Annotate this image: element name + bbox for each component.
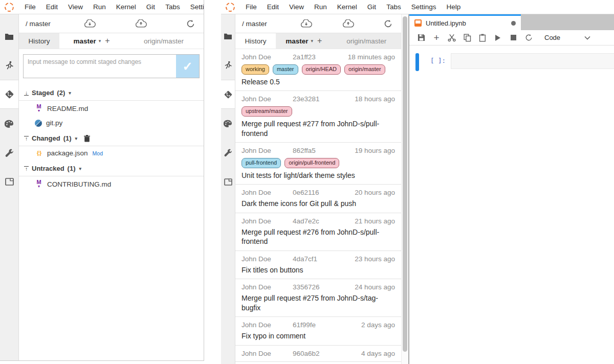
menu-item[interactable]: View [63, 3, 88, 11]
tab-history[interactable]: History [19, 33, 59, 49]
commit-header: John Doe 4da7cf1 23 hours ago [242, 255, 395, 263]
menu-item[interactable]: Run [309, 3, 332, 11]
menu-item[interactable]: Run [88, 3, 111, 11]
refresh-icon[interactable] [186, 19, 195, 28]
commit-entry[interactable]: John Doe 4da7cf1 23 hours ago Fix titles [235, 251, 401, 279]
commit-entry[interactable]: John Doe 4ad7e2c 21 hours ago Merge pull [235, 213, 401, 251]
commit-entry[interactable]: John Doe 23e3281 18 hours ago upstream/m… [235, 91, 401, 143]
save-icon[interactable] [413, 34, 429, 41]
sidebar-item-tabs[interactable] [0, 167, 18, 196]
git-push-icon[interactable] [135, 19, 147, 28]
activity-bar [221, 14, 235, 364]
menu-item[interactable]: Kernel [111, 3, 141, 11]
chevron-down-icon: ▾ [311, 38, 313, 43]
stop-icon[interactable] [506, 35, 521, 40]
commit-entry[interactable]: John Doe 862ffa5 19 hours ago pull-front… [235, 143, 401, 185]
commit-button[interactable]: ✓ [176, 55, 199, 78]
file-row[interactable]: git.py [19, 116, 204, 130]
menu-item[interactable]: Settings [185, 3, 204, 11]
repo-breadcrumb[interactable]: / master [242, 20, 287, 28]
folder-icon [224, 33, 232, 39]
menu-item[interactable]: Git [141, 3, 160, 11]
scrollbar[interactable] [401, 14, 408, 364]
staged-section-header[interactable]: ↓ Staged(2) ▾ [19, 84, 204, 101]
section-label: Changed [32, 134, 60, 142]
menu-item[interactable]: Git [362, 3, 381, 11]
open-tabs-icon [224, 178, 232, 186]
git-push-icon[interactable] [342, 19, 354, 28]
wrench-icon [5, 148, 14, 157]
sidebar-item-tabs[interactable] [221, 167, 235, 196]
menu-item[interactable]: Tabs [381, 3, 406, 11]
cell-type-select[interactable]: Code [544, 34, 560, 41]
commit-time: 2 days ago [337, 321, 395, 329]
menu-item[interactable]: Edit [41, 3, 63, 11]
refresh-icon[interactable] [384, 19, 392, 28]
file-type-icon [35, 179, 43, 189]
activity-bar [0, 14, 19, 360]
commit-author: John Doe [242, 95, 293, 103]
cut-icon[interactable] [444, 34, 459, 42]
git-pull-icon[interactable] [300, 19, 312, 28]
sidebar-item-git[interactable] [221, 80, 235, 109]
menu-item[interactable]: Kernel [332, 3, 362, 11]
menu-item[interactable]: Help [441, 3, 466, 11]
tab-history[interactable]: History [235, 33, 276, 49]
folder-icon [5, 33, 14, 40]
file-row[interactable]: CONTRIBUTING.md [19, 176, 204, 192]
active-cell-collapser[interactable] [415, 53, 419, 71]
commit-message: Merge pull request #277 from JohnD-s/pul… [242, 119, 395, 138]
repo-breadcrumb[interactable]: / master [26, 20, 71, 28]
commit-entry[interactable]: John Doe 2a1ff23 18 minutes ago working … [235, 49, 401, 91]
chevron-down-icon[interactable] [580, 36, 595, 40]
cell-editor[interactable] [451, 53, 614, 69]
commit-history-list: John Doe 2a1ff23 18 minutes ago working … [235, 49, 401, 364]
section-count: (2) [57, 89, 65, 97]
commit-entry[interactable]: John Doe 61f99fe 2 days ago Fix typo in … [235, 317, 401, 345]
sidebar-item-files[interactable] [221, 21, 235, 51]
new-branch-button[interactable]: + [105, 36, 109, 46]
jupyterlab-window-right: File Edit View Run Kernel Git Tabs Setti… [221, 0, 614, 364]
new-branch-button[interactable]: + [317, 36, 322, 46]
commit-author: John Doe [242, 53, 293, 61]
sidebar-item-tools[interactable] [0, 138, 18, 167]
menu-item[interactable]: Settings [406, 3, 442, 11]
git-toolbar: / master [235, 14, 401, 33]
untracked-section-header[interactable]: ↑ Untracked(1) ▾ [19, 160, 204, 176]
copy-icon[interactable] [459, 34, 475, 42]
sidebar-item-running[interactable] [0, 51, 18, 80]
sidebar-item-running[interactable] [221, 51, 235, 80]
sidebar-item-commands[interactable] [0, 109, 18, 138]
discard-all-icon[interactable] [84, 135, 90, 142]
branch-selector[interactable]: master ▾ + [276, 33, 332, 49]
runner-icon [6, 61, 13, 70]
restart-kernel-icon[interactable] [521, 34, 536, 41]
commit-message-input[interactable] [24, 55, 176, 69]
sidebar-item-tools[interactable] [221, 138, 235, 167]
file-row[interactable]: package.json Mod [19, 146, 204, 160]
commit-entry[interactable]: John Doe 960a6b2 4 days ago [235, 346, 401, 362]
file-row[interactable]: README.md [19, 101, 204, 116]
menu-item[interactable]: File [240, 3, 262, 11]
paste-icon[interactable] [475, 34, 490, 42]
add-cell-icon[interactable]: + [429, 33, 444, 42]
code-cell[interactable]: [ ]: [415, 53, 614, 71]
commit-entry[interactable]: John Doe 3356726 24 hours ago Merge pull [235, 279, 401, 317]
menu-item[interactable]: View [284, 3, 309, 11]
menu-item[interactable]: Edit [262, 3, 284, 11]
sidebar-item-files[interactable] [0, 21, 18, 51]
unsaved-changes-dot[interactable] [511, 21, 516, 26]
git-pull-icon[interactable] [84, 19, 96, 28]
menu-item[interactable]: File [19, 3, 41, 11]
sidebar-item-commands[interactable] [221, 109, 235, 138]
ref-tag: master [273, 64, 298, 75]
notebook-tab[interactable]: Untitled.ipynb [409, 14, 521, 30]
branch-selector[interactable]: master ▾ + [59, 33, 124, 49]
run-icon[interactable] [490, 34, 506, 41]
commit-entry[interactable]: John Doe 0e62116 20 hours ago Dark theme [235, 185, 401, 213]
scrollbar-thumb[interactable] [403, 16, 407, 352]
menu-item[interactable]: Tabs [160, 3, 185, 11]
sidebar-item-git[interactable] [0, 80, 18, 109]
section-count: (1) [68, 165, 76, 172]
changed-section-header[interactable]: ↑ Changed(1) ▾ [19, 130, 204, 146]
